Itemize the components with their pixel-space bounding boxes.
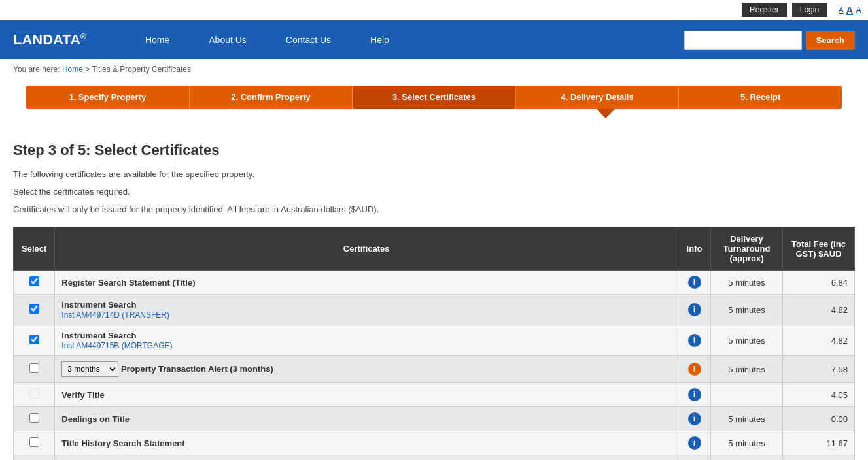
nav-contact[interactable]: Contact Us [266,20,351,59]
select-cell [14,383,55,407]
nav-home[interactable]: Home [126,20,189,59]
font-size-controls: A A A [839,5,861,16]
cert-name: Instrument Search [61,300,136,310]
info-cell: i [678,295,711,325]
select-cell [14,356,55,383]
fee-cell: 7.58 [783,356,855,383]
arrow-down-icon [597,109,615,118]
info-icon[interactable]: i [688,303,701,316]
info-icon[interactable]: i [688,436,701,450]
cert-cell: Instrument SearchInst AM449715B (MORTGAG… [55,325,678,356]
cert-cell: Register Search Statement (Title) [55,271,678,295]
turnaround-cell [711,383,783,407]
fee-cell: 4.82 [783,295,855,325]
search-button[interactable]: Search [806,31,855,50]
progress-bar-wrapper: 1. Specify Property 2. Confirm Property … [13,86,855,109]
turnaround-cell: 5 minutes [711,356,783,383]
login-button[interactable]: Login [792,3,827,17]
select-cell [14,295,55,325]
font-small-button[interactable]: A [839,6,843,14]
certificates-table: Select Certificates Info Delivery Turnar… [13,227,855,460]
fee-cell: 0.00 [783,407,855,431]
info-icon[interactable]: i [688,388,701,401]
cert-cell: Dealings on Title [55,407,678,431]
cert-sub: Inst AM449714D (TRANSFER) [61,310,169,320]
info-cell: i [678,383,711,407]
info-cell: ! [678,356,711,383]
breadcrumb-home[interactable]: Home [62,65,83,74]
info-icon[interactable]: ! [688,363,701,376]
nav-bar: LANDATA® Home About Us Contact Us Help S… [0,20,868,59]
cert-cell: Title History Search Statement [55,431,678,455]
th-certificates: Certificates [55,227,678,271]
info-icon[interactable]: i [688,412,701,425]
progress-step-4[interactable]: 4. Delivery Details [516,86,680,109]
top-bar-right: Register Login A A A [742,3,861,17]
turnaround-cell: 5 minutes [711,431,783,455]
cert-checkbox[interactable] [29,437,39,447]
select-cell [14,325,55,356]
progress-arrow [13,109,855,118]
select-cell [14,407,55,431]
font-large-button[interactable]: A [856,5,861,15]
progress-step-5[interactable]: 5. Receipt [679,86,842,109]
cert-name: Instrument Search [61,331,136,340]
info-cell: i [678,407,711,431]
main-content: Step 3 of 5: Select Certificates The fol… [0,122,868,460]
info-cell: i [678,325,711,356]
cert-checkbox[interactable] [29,304,39,314]
step-title: Step 3 of 5: Select Certificates [13,142,855,159]
intro-line-2: Select the certificates required. [13,186,855,199]
months-select[interactable]: 1 month3 months6 months12 months [61,361,118,377]
breadcrumb-current: Titles & Property Certificates [92,65,191,74]
table-row: Dealings on Titlei5 minutes0.00 [14,407,855,431]
cert-sub: Inst AM449715B (MORTGAGE) [61,341,172,350]
register-button[interactable]: Register [742,3,787,17]
fee-cell: 6.84 [783,271,855,295]
intro-line-3: Certificates will only be issued for the… [13,203,855,217]
progress-step-3[interactable]: 3. Select Certificates [353,86,516,109]
info-cell: i [678,271,711,295]
info-icon[interactable]: i [688,334,701,347]
cert-name: Title History Search Statement [61,438,184,448]
intro-line-1: The following certificates are available… [13,168,855,182]
top-bar: Register Login A A A [0,0,868,20]
cert-cell: Verify Title [55,383,678,407]
font-medium-button[interactable]: A [846,5,853,16]
progress-step-2[interactable]: 2. Confirm Property [190,86,353,109]
nav-links: Home About Us Contact Us Help [126,20,684,59]
table-row: Register Search Statement (Title)i5 minu… [14,271,855,295]
th-turnaround: Delivery Turnaround (approx) [711,227,783,271]
fee-cell: 4.05 [783,383,855,407]
cert-name: Property Transaction Alert (3 months) [121,364,273,374]
cert-name: Dealings on Title [61,414,130,424]
breadcrumb-prefix: You are here: [13,65,62,74]
breadcrumb-separator: > [85,65,92,74]
progress-step-1[interactable]: 1. Specify Property [26,86,190,109]
select-cell [14,431,55,455]
turnaround-cell: 5 minutes [711,295,783,325]
table-row: 1 month3 months6 months12 months Propert… [14,356,855,383]
select-cell [14,455,55,460]
search-input[interactable] [684,31,802,50]
nav-help[interactable]: Help [351,20,409,59]
table-row: Instrument SearchInst AM449715B (MORTGAG… [14,325,855,356]
turnaround-cell: 5 minutes [711,325,783,356]
cert-checkbox[interactable] [29,413,39,423]
info-icon[interactable]: i [688,276,701,289]
logo: LANDATA® [13,31,86,48]
cert-checkbox[interactable] [29,363,39,373]
turnaround-cell: 5 minutes [711,271,783,295]
cert-checkbox[interactable] [29,276,39,286]
table-row: Instrument SearchInst AM449714D (TRANSFE… [14,295,855,325]
progress-bar: 1. Specify Property 2. Confirm Property … [26,86,842,109]
fee-cell: 4.82 [783,325,855,356]
nav-about[interactable]: About Us [189,20,266,59]
turnaround-cell: 5 minutes [711,407,783,431]
info-cell: i [678,431,711,455]
cert-checkbox-disabled [29,389,39,399]
cert-cell: Instrument SearchInst AM449714D (TRANSFE… [55,295,678,325]
search-area: Search [684,31,855,50]
table-row: Title History Search Statementi5 minutes… [14,431,855,455]
cert-checkbox[interactable] [29,335,39,344]
